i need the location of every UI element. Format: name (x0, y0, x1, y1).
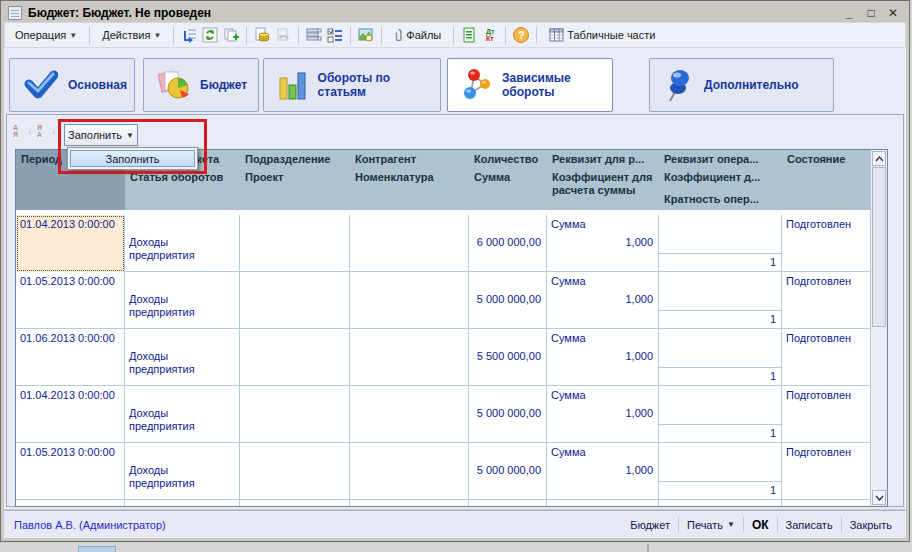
status-cell[interactable]: Подготовлен (782, 443, 870, 500)
ok-button[interactable]: ОК (746, 516, 775, 534)
amount-cell[interactable]: 5 000 000,00 (469, 443, 547, 500)
tab-zavisimye-oboroty[interactable]: Зависимые обороты (447, 58, 613, 112)
table-row[interactable]: 01.04.2013 0:00:00 Доходы предприятия 5 … (16, 386, 870, 443)
footer-buttons: Бюджет Печать▼ ОК Записать Закрыть (624, 516, 906, 534)
dtkt-button[interactable]: ДтКт (481, 26, 499, 44)
sort-ascending-button[interactable]: АЯ ↓ (13, 124, 33, 141)
close-form-button[interactable]: Закрыть (844, 517, 898, 533)
department-cell[interactable] (240, 386, 350, 443)
column-header-kolichestvo[interactable]: КоличествоСумма (469, 150, 547, 210)
image-view-button[interactable] (357, 26, 375, 44)
column-header-rekvizit[interactable]: Реквизит для р...Коэффициент для расчета… (547, 150, 659, 210)
department-cell[interactable] (240, 272, 350, 329)
dtkt-icon: ДтКт (486, 28, 494, 42)
operation-requisite-cell[interactable]: 1 (659, 272, 782, 329)
unpost-document-button[interactable] (274, 26, 292, 44)
column-header-sostoyanie[interactable]: Состояние (782, 150, 870, 210)
minimize-button[interactable]: _ (842, 6, 856, 20)
article-cell[interactable]: Доходы предприятия (125, 272, 240, 329)
amount-cell[interactable]: 5 000 000,00 (469, 272, 547, 329)
list-settings-button[interactable] (326, 26, 344, 44)
contractor-cell[interactable] (350, 386, 469, 443)
post-document-button[interactable] (253, 26, 271, 44)
maximize-button[interactable]: □ (864, 6, 878, 20)
requisite-cell[interactable]: Сумма1,000 (547, 272, 659, 329)
period-cell[interactable]: 01.04.2013 0:00:00 (16, 386, 125, 443)
column-header-kontragent[interactable]: КонтрагентНоменклатура (350, 150, 469, 210)
requisite-cell[interactable]: Сумма1,000 (547, 215, 659, 272)
contractor-cell[interactable] (350, 329, 469, 386)
operation-requisite-cell[interactable]: 1 (659, 215, 782, 272)
close-button[interactable]: ✕ (886, 6, 900, 20)
department-cell[interactable] (240, 329, 350, 386)
requisite-cell[interactable]: Сумма1,000 (547, 386, 659, 443)
column-header-rekvizit-operacii[interactable]: Реквизит опера...Коэффициент д...Кратнос… (659, 150, 782, 210)
table-parts-label: Табличные части (567, 29, 655, 41)
reread-button[interactable] (180, 26, 198, 44)
article-cell[interactable]: Доходы предприятия (125, 329, 240, 386)
requisite-cell[interactable]: Сумма1,000 (547, 329, 659, 386)
vertical-scrollbar[interactable] (870, 150, 887, 506)
period-cell[interactable]: 01.06.2013 0:00:00 (16, 329, 125, 386)
print-button-label: Печать (687, 519, 723, 531)
status-cell[interactable]: Подготовлен (782, 272, 870, 329)
amount-cell[interactable]: 5 000 000,00 (469, 386, 547, 443)
list-structure-button[interactable] (305, 26, 323, 44)
requisite-cell[interactable]: Сумма1,000 (547, 443, 659, 500)
chevron-down-icon: ▼ (727, 520, 735, 529)
article-cell[interactable]: Доходы предприятия (125, 386, 240, 443)
tab-oboroty-po-statyam[interactable]: Обороты по статьям (263, 58, 441, 112)
print-button[interactable]: Печать▼ (681, 517, 741, 533)
article-cell[interactable]: Доходы предприятия (125, 215, 240, 272)
table-row[interactable]: 01.05.2013 0:00:00 Доходы предприятия 5 … (16, 272, 870, 329)
sort-descending-button[interactable]: ЯА ↓ (37, 124, 57, 141)
contractor-cell[interactable] (350, 443, 469, 500)
copy-add-button[interactable] (222, 26, 240, 44)
scroll-up-button[interactable] (872, 151, 886, 166)
contractor-cell[interactable] (350, 215, 469, 272)
table-row[interactable]: 01.05.2013 0:00:00 Доходы предприятия 5 … (16, 443, 870, 500)
amount-cell[interactable]: 5 500 000,00 (469, 329, 547, 386)
background-window-edge (647, 544, 649, 552)
period-cell-selected[interactable]: 01.04.2013 0:00:00 (16, 215, 125, 272)
operation-requisite-cell[interactable]: 1 (659, 443, 782, 500)
table-row[interactable]: 01.06.2013 0:00:00 Доходы предприятия 5 … (16, 329, 870, 386)
article-cell[interactable]: Доходы предприятия (125, 443, 240, 500)
scroll-down-button[interactable] (872, 490, 886, 505)
cell-divider (659, 310, 781, 311)
scrollbar-thumb[interactable] (872, 167, 886, 327)
table-parts-button[interactable]: Табличные части (543, 25, 661, 45)
department-cell[interactable] (240, 443, 350, 500)
help-button[interactable]: ? (512, 26, 530, 44)
files-button[interactable]: Файлы (388, 25, 447, 45)
column-header-podrazdelenie[interactable]: ПодразделениеПроект (240, 150, 350, 210)
cell-divider (659, 367, 781, 368)
table-row[interactable]: 01.04.2013 0:00:00 Доходы предприятия 6 … (16, 215, 870, 272)
tab-osnovnaya[interactable]: Основная (9, 58, 135, 112)
fill-menu-item[interactable]: Заполнить (70, 150, 195, 167)
operation-menu[interactable]: Операция▼ (9, 26, 83, 44)
operation-requisite-cell[interactable]: 1 (659, 386, 782, 443)
status-cell[interactable]: Подготовлен (782, 215, 870, 272)
budget-button[interactable]: Бюджет (624, 517, 676, 533)
report-button[interactable] (460, 26, 478, 44)
actions-menu[interactable]: Действия▼ (96, 26, 167, 44)
tab-byudzhet[interactable]: Бюджет (143, 58, 259, 112)
status-cell[interactable]: Подготовлен (782, 386, 870, 443)
operation-menu-label: Операция (15, 29, 66, 41)
tab-dopolnitelno[interactable]: Дополнительно (649, 58, 834, 112)
operation-requisite-cell[interactable]: 1 (659, 329, 782, 386)
period-cell[interactable]: 01.05.2013 0:00:00 (16, 272, 125, 329)
period-cell[interactable]: 01.05.2013 0:00:00 (16, 443, 125, 500)
department-cell[interactable] (240, 215, 350, 272)
fill-button[interactable]: Заполнить ▼ (64, 124, 138, 146)
save-button[interactable]: Записать (780, 517, 839, 533)
amount-cell[interactable]: 6 000 000,00 (469, 215, 547, 272)
actions-menu-label: Действия (102, 29, 150, 41)
contractor-cell[interactable] (350, 272, 469, 329)
refresh-button[interactable] (201, 26, 219, 44)
list-structure-icon (306, 27, 322, 43)
background-window-fragment (78, 546, 116, 552)
status-cell[interactable]: Подготовлен (782, 329, 870, 386)
status-bar: Павлов А.В. (Администратор) Бюджет Печат… (4, 510, 906, 538)
